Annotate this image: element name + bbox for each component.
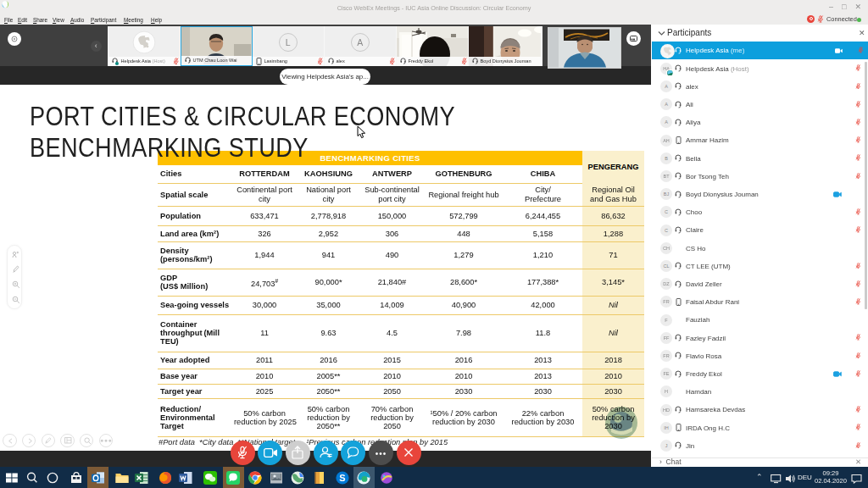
svg-text:S: S: [339, 472, 345, 482]
